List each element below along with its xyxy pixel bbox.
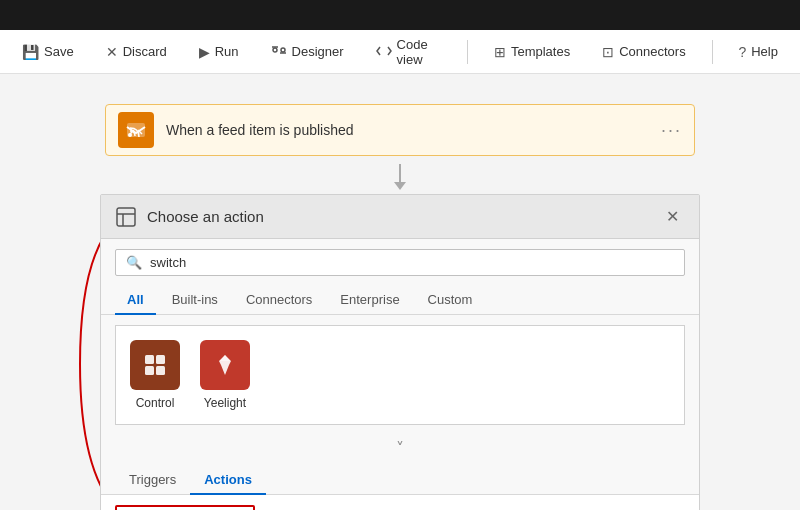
save-label: Save (44, 44, 74, 59)
control-icon-box (130, 340, 180, 390)
search-row: 🔍 (101, 239, 699, 286)
discard-icon: ✕ (106, 44, 118, 60)
svg-rect-10 (145, 355, 154, 364)
result-item-control[interactable]: Control (130, 340, 180, 410)
action-panel-title: Choose an action (147, 208, 264, 225)
connectors-label: Connectors (619, 44, 685, 59)
toolbar: 💾 Save ✕ Discard ▶ Run Designer Code vie… (0, 30, 800, 74)
discard-label: Discard (123, 44, 167, 59)
svg-point-1 (281, 48, 285, 52)
trigger-block[interactable]: When a feed item is published ··· (105, 104, 695, 156)
control-label: Control (136, 396, 175, 410)
discard-button[interactable]: ✕ Discard (100, 40, 173, 64)
connectors-icon: ⊡ (602, 44, 614, 60)
save-icon: 💾 (22, 44, 39, 60)
code-view-icon (376, 44, 392, 60)
help-button[interactable]: ? Help (732, 40, 784, 64)
filter-tab-enterprise[interactable]: Enterprise (328, 286, 411, 315)
connectors-button[interactable]: ⊡ Connectors (596, 40, 691, 64)
svg-point-0 (273, 48, 277, 52)
arrow-line (399, 164, 401, 182)
run-icon: ▶ (199, 44, 210, 60)
connector-arrow (394, 164, 406, 190)
designer-label: Designer (292, 44, 344, 59)
code-view-button[interactable]: Code view (370, 33, 448, 71)
code-view-label: Code view (397, 37, 442, 67)
templates-label: Templates (511, 44, 570, 59)
action-panel-header: Choose an action ✕ (101, 195, 699, 239)
yeelight-icon-box (200, 340, 250, 390)
arrow-head (394, 182, 406, 190)
action-panel-title-row: Choose an action (115, 206, 264, 228)
filter-tab-builtins[interactable]: Built-ins (160, 286, 230, 315)
filter-tabs: All Built-ins Connectors Enterprise Cust… (101, 286, 699, 315)
svg-rect-7 (117, 208, 135, 226)
help-label: Help (751, 44, 778, 59)
svg-rect-13 (156, 366, 165, 375)
svg-rect-12 (145, 366, 154, 375)
canvas: When a feed item is published ··· Choose… (0, 74, 800, 510)
search-box: 🔍 (115, 249, 685, 276)
action-row: Switch Control ℹ (101, 495, 699, 510)
save-button[interactable]: 💾 Save (16, 40, 80, 64)
filter-tab-all[interactable]: All (115, 286, 156, 315)
trigger-icon (118, 112, 154, 148)
svg-point-5 (128, 133, 132, 137)
templates-icon: ⊞ (494, 44, 506, 60)
designer-icon (271, 43, 287, 60)
switch-action-item[interactable]: Switch Control (115, 505, 255, 510)
svg-rect-11 (156, 355, 165, 364)
result-item-yeelight[interactable]: Yeelight (200, 340, 250, 410)
filter-tab-custom[interactable]: Custom (416, 286, 485, 315)
toolbar-divider-2 (712, 40, 713, 64)
chevron-row: ˅ (101, 435, 699, 466)
trigger-more-button[interactable]: ··· (661, 120, 682, 141)
tab-actions[interactable]: Actions (190, 466, 266, 495)
help-icon: ? (738, 44, 746, 60)
close-action-panel-button[interactable]: ✕ (660, 205, 685, 228)
results-area: Control Yeelight (115, 325, 685, 425)
trigger-title: When a feed item is published (166, 122, 661, 138)
top-bar (0, 0, 800, 30)
templates-button[interactable]: ⊞ Templates (488, 40, 576, 64)
filter-tab-connectors[interactable]: Connectors (234, 286, 324, 315)
toolbar-divider (467, 40, 468, 64)
designer-button[interactable]: Designer (265, 39, 350, 64)
chevron-down-icon[interactable]: ˅ (396, 439, 404, 458)
run-button[interactable]: ▶ Run (193, 40, 245, 64)
tab-triggers[interactable]: Triggers (115, 466, 190, 495)
run-label: Run (215, 44, 239, 59)
action-panel: Choose an action ✕ 🔍 All Built-ins Conne… (100, 194, 700, 510)
bottom-tabs: Triggers Actions (101, 466, 699, 495)
action-panel-icon (115, 206, 137, 228)
search-input[interactable] (150, 255, 674, 270)
search-icon: 🔍 (126, 255, 142, 270)
yeelight-label: Yeelight (204, 396, 246, 410)
